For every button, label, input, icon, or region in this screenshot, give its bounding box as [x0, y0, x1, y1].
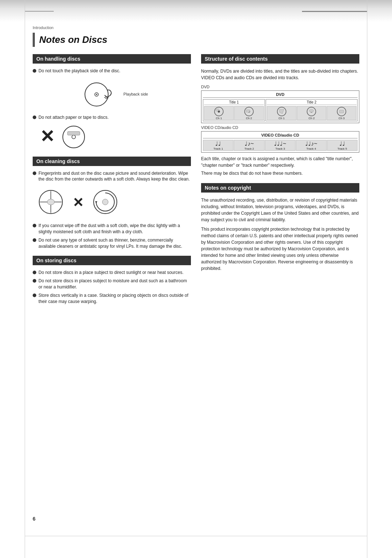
storing-bullet2: Do not store discs in places subject to …	[33, 278, 191, 290]
cleaning-bullet1: Fingerprints and dust on the disc cause …	[33, 170, 191, 183]
right-column: Structure of disc contents Normally, DVD…	[201, 54, 359, 311]
copyright-section: Notes on copyright The unauthorized reco…	[201, 183, 359, 272]
chapter-2-2: Ch 2	[297, 106, 327, 120]
handling-bullet1: Do not touch the playback side of the di…	[33, 68, 191, 74]
good-clean-disc	[36, 187, 65, 218]
dvd-diagram: DVD Title 1 Ch 1	[201, 90, 359, 123]
dvd-main-label: DVD	[203, 92, 358, 98]
bullet-dot-6	[33, 271, 36, 274]
cleaning-section: On cleaning discs Fingerprints and dust …	[33, 157, 191, 250]
svg-point-12	[47, 199, 54, 205]
copyright-header: Notes on copyright	[201, 183, 359, 193]
bullet-dot-5	[33, 238, 36, 242]
structure-intro: Normally, DVDs are divided into titles, …	[201, 68, 359, 81]
svg-rect-30	[339, 110, 344, 113]
bottom-border	[25, 536, 367, 536]
cleaning-illustration: ✕	[33, 187, 191, 218]
cleaning-bullet3: Do not use any type of solvent such as t…	[33, 237, 191, 250]
dvd-label: DVD	[201, 85, 359, 89]
track-1: ♩♩ Track 1	[203, 140, 233, 151]
structure-note1: Each title, chapter or track is assigned…	[201, 155, 359, 169]
svg-rect-22	[246, 110, 250, 112]
bullet-dot	[33, 69, 36, 73]
left-border	[25, 0, 25, 558]
storing-bullet3: Store discs vertically in a case. Stacki…	[33, 292, 191, 305]
storing-header: On storing discs	[33, 256, 191, 265]
bullet-dot-4	[33, 224, 36, 227]
storing-section: On storing discs Do not store discs in a…	[33, 256, 191, 304]
storing-bullet1: Do not store discs in a place subject to…	[33, 270, 191, 276]
svg-point-4	[72, 135, 75, 139]
svg-point-16	[102, 199, 108, 205]
bullet-dot-8	[33, 294, 36, 297]
chapter-2-1: Ch 1	[267, 106, 297, 120]
structure-header: Structure of disc contents	[201, 54, 359, 64]
top-left-bar	[25, 11, 54, 12]
good-disc-illustration	[83, 79, 115, 109]
bullet-dot-2	[33, 116, 36, 119]
page-title: Notes on Discs	[33, 33, 359, 47]
bullet-dot-7	[33, 279, 36, 283]
bad-clean-disc	[91, 187, 120, 218]
left-column: On handling discs Do not touch the playb…	[33, 54, 191, 311]
svg-point-2	[96, 94, 97, 95]
chapter-1-2: Ch 2	[234, 106, 264, 120]
handling-section: On handling discs Do not touch the playb…	[33, 54, 191, 150]
videocd-label: VIDEO CD/audio CD	[201, 125, 359, 130]
handling-disc-illustration: Playback side	[33, 79, 191, 109]
structure-note2: There may be discs that do not have thes…	[201, 170, 359, 177]
svg-point-3	[63, 126, 85, 148]
right-border	[367, 0, 367, 558]
playback-label: Playback side	[123, 92, 148, 96]
chapter-2-3: Ch 3	[327, 106, 356, 120]
svg-rect-5	[68, 132, 80, 135]
title1-label: Title 1	[204, 100, 264, 105]
svg-marker-15	[95, 201, 97, 203]
cleaning-header: On cleaning discs	[33, 157, 191, 166]
copyright-para2: This product incorporates copyright prot…	[201, 226, 359, 272]
page-number: 6	[33, 516, 36, 522]
tape-illustration: ✕	[40, 124, 191, 150]
bad-disc-tape	[60, 124, 87, 150]
videocd-main-label: VIDEO CD/audio CD	[203, 133, 358, 138]
breadcrumb: Introduction	[33, 25, 359, 30]
cleaning-bullet2: If you cannot wipe off the dust with a s…	[33, 223, 191, 235]
svg-point-27	[309, 109, 314, 112]
bullet-dot-3	[33, 171, 36, 175]
track-5: ♩♩ Track 5	[327, 140, 358, 151]
handling-bullet2: Do not attach paper or tape to discs.	[33, 114, 191, 121]
top-right-bar	[302, 11, 367, 12]
copyright-para1: The unauthorized recording, use, distrib…	[201, 197, 359, 223]
track-2: ♩♪~ Track 2	[234, 140, 264, 151]
title2-label: Title 2	[267, 100, 356, 105]
track-4: ♩♩♪~ Track 4	[296, 140, 326, 151]
structure-section: Structure of disc contents Normally, DVD…	[201, 54, 359, 177]
chapter-1-1: Ch 1	[204, 106, 234, 120]
videocd-diagram: VIDEO CD/audio CD ♩♩ Track 1 ♩♪~ Track 2	[201, 131, 359, 153]
handling-header: On handling discs	[33, 54, 191, 64]
x-mark: ✕	[40, 128, 54, 145]
clean-x-mark: ✕	[73, 196, 83, 209]
track-3: ♩♩♩~ Track 3	[265, 140, 295, 151]
